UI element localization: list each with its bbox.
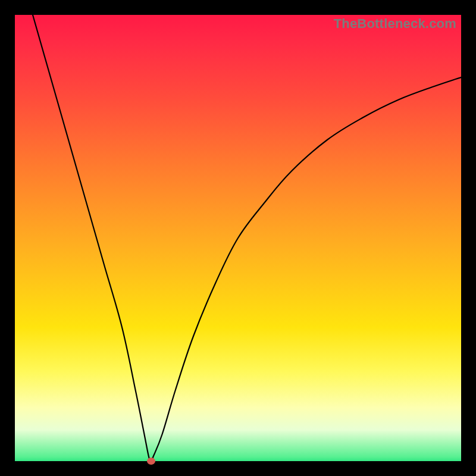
plot-area: TheBottleneck.com: [15, 15, 461, 461]
chart-frame: TheBottleneck.com: [0, 0, 476, 476]
minimum-marker: [147, 458, 155, 465]
bottleneck-curve: [15, 15, 461, 461]
